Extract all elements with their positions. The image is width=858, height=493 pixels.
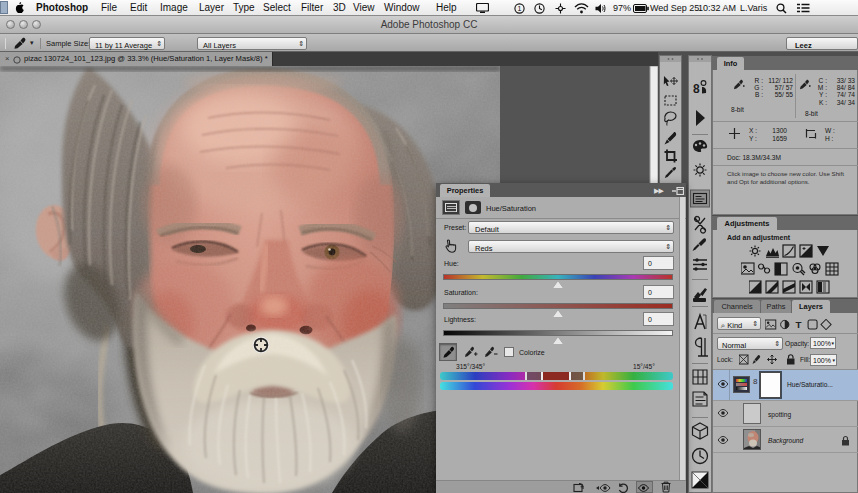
svg-text:8: 8: [693, 82, 700, 96]
svg-text:1: 1: [518, 5, 522, 12]
svg-text:T: T: [796, 319, 802, 330]
